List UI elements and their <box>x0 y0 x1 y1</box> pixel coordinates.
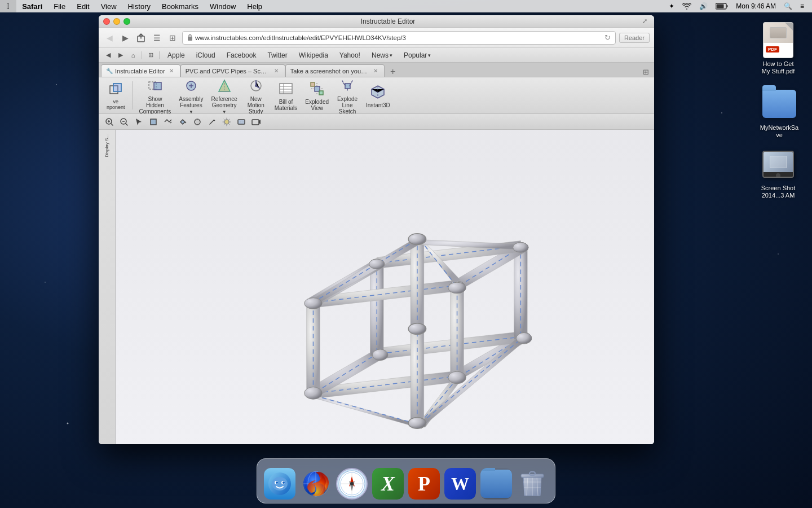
sw-tool-reference[interactable]: ReferenceGeometry ▼ <box>208 77 241 117</box>
scene-btn[interactable] <box>235 116 248 128</box>
tab-close-3[interactable]: ✕ <box>372 67 379 75</box>
motion-label: NewMotionStudy <box>248 96 264 115</box>
svg-point-72 <box>369 259 384 269</box>
reference-icon <box>215 77 233 95</box>
bookmarks-home-icon[interactable]: ⌂ <box>128 50 138 60</box>
dock-w-app[interactable]: W <box>444 468 476 500</box>
rotate-btn[interactable] <box>147 116 160 128</box>
bookmarks-list-button[interactable]: ☰ <box>151 32 163 44</box>
menubar-window[interactable]: Window <box>204 0 241 12</box>
sw-content-area: Display S... <box>99 130 654 444</box>
bookmarks-back-icon[interactable]: ◀ <box>103 50 113 60</box>
desktop-icon-folder[interactable]: MyNetworkSave <box>757 84 802 141</box>
tab-instructable-editor[interactable]: 🔧 Instructable Editor ✕ <box>101 64 180 77</box>
pdf-icon-label: How to GetMy Stuff.pdf <box>762 60 795 75</box>
apple-menu[interactable]:  <box>0 0 16 12</box>
svg-point-89 <box>350 482 354 485</box>
maximize-button[interactable] <box>123 18 130 25</box>
bookmark-twitter[interactable]: Twitter <box>263 50 292 60</box>
display-btn[interactable] <box>176 116 189 128</box>
zoom-out-btn[interactable] <box>118 116 130 128</box>
sw-tool-explode-line[interactable]: ExplodeLineSketch <box>333 77 361 117</box>
menubar:  Safari File Edit View History Bookmark… <box>0 0 812 12</box>
bookmark-facebook[interactable]: Facebook <box>222 50 261 60</box>
explode-line-label: ExplodeLineSketch <box>337 96 358 115</box>
menubar-bookmarks[interactable]: Bookmarks <box>156 0 204 12</box>
svg-point-73 <box>408 233 426 244</box>
notification-icon[interactable]: ≡ <box>797 0 807 12</box>
bookmarks-forward-icon[interactable]: ▶ <box>116 50 126 60</box>
show-all-tabs-button[interactable]: ⊞ <box>166 32 179 44</box>
lighting-btn[interactable] <box>220 116 233 128</box>
menubar-help[interactable]: Help <box>241 0 268 12</box>
tab-pvc-pipes[interactable]: PVC and CPVC Pipes – Schedule 40 & 80 ✕ <box>180 64 285 77</box>
sw-tool-exploded[interactable]: ExplodedView <box>302 77 332 113</box>
tab-close-2[interactable]: ✕ <box>272 67 280 75</box>
zoom-in-btn[interactable] <box>103 116 116 128</box>
bookmark-news[interactable]: News ▾ <box>367 50 397 60</box>
back-button[interactable]: ◀ <box>103 32 116 44</box>
dock-folder[interactable] <box>480 468 512 500</box>
menubar-history[interactable]: History <box>122 0 156 12</box>
svg-rect-7 <box>113 84 121 91</box>
screenshot-icon-label: Screen Shot2014...3 AM <box>761 185 796 199</box>
hidden-lines-btn[interactable] <box>191 116 204 128</box>
bookmark-yahoo[interactable]: Yahoo! <box>335 50 365 60</box>
sw-tool-instant3d[interactable]: Instant3D <box>363 81 394 111</box>
reader-button[interactable]: Reader <box>619 33 650 43</box>
expand-button[interactable]: ⤢ <box>640 16 650 26</box>
svg-point-27 <box>224 120 229 124</box>
bookmarks-bar: ◀ ▶ ⌂ ⊞ Apple iCloud Facebook Twitter Wi… <box>99 48 654 63</box>
add-tab-button[interactable]: + <box>387 67 399 77</box>
edit-btn[interactable] <box>206 116 218 128</box>
menubar-file[interactable]: File <box>48 0 71 12</box>
sw-3d-viewport[interactable] <box>116 130 654 444</box>
bookmark-apple[interactable]: Apple <box>163 50 189 60</box>
minimize-button[interactable] <box>113 18 120 25</box>
dock-trash[interactable] <box>517 468 548 500</box>
url-input[interactable] <box>195 34 602 41</box>
menubar-edit[interactable]: Edit <box>71 0 95 12</box>
motion-icon <box>247 77 265 95</box>
menubar-safari[interactable]: Safari <box>16 0 48 12</box>
refresh-button[interactable]: ↻ <box>604 33 611 42</box>
panel-tabs-btn[interactable]: Display S... <box>103 132 111 159</box>
bookmark-popular[interactable]: Popular ▾ <box>399 50 435 60</box>
forward-button[interactable]: ▶ <box>119 32 131 44</box>
camera-btn[interactable] <box>250 116 262 128</box>
desktop-icon-pdf[interactable]: PDF How to GetMy Stuff.pdf <box>756 20 801 77</box>
select-btn[interactable] <box>133 116 145 128</box>
tab-close-1[interactable]: ✕ <box>167 67 175 75</box>
svg-point-75 <box>408 417 426 428</box>
show-hidden-icon <box>146 77 164 95</box>
explode-line-icon <box>338 77 356 95</box>
menubar-view[interactable]: View <box>95 0 122 12</box>
desktop-icon-screenshot[interactable]: Screen Shot2014...3 AM <box>756 144 801 202</box>
bookmarks-grid-icon[interactable]: ⊞ <box>145 50 156 60</box>
dock-safari[interactable] <box>336 468 368 500</box>
bookmark-icloud[interactable]: iCloud <box>192 50 220 60</box>
tab-screenshot[interactable]: Take a screenshot on your Mac ✕ <box>285 64 385 77</box>
tool-sep-1 <box>132 81 133 110</box>
bookmark-wikipedia[interactable]: Wikipedia <box>294 50 333 60</box>
sw-sub-toolbar <box>99 114 654 130</box>
view-btn[interactable] <box>162 116 174 128</box>
share-button[interactable] <box>135 32 147 44</box>
close-button[interactable] <box>103 18 110 25</box>
address-bar[interactable]: ↻ <box>182 31 616 45</box>
dock-p-app[interactable]: P <box>408 468 440 500</box>
spotlight-icon[interactable]: 🔍 <box>780 0 796 12</box>
svg-point-65 <box>304 387 321 399</box>
tab-bar: 🔧 Instructable Editor ✕ PVC and CPVC Pip… <box>99 63 654 77</box>
dock-firefox[interactable] <box>300 468 332 500</box>
dock-x-app[interactable]: X <box>372 468 404 500</box>
sw-tool-bom[interactable]: Bill ofMaterials <box>271 77 301 113</box>
tab-label-3: Take a screenshot on your Mac <box>290 68 369 75</box>
sw-tool-assembly[interactable]: AssemblyFeatures ▼ <box>175 77 206 117</box>
dock-finder[interactable] <box>264 468 295 500</box>
tab-overview-button[interactable]: ⊞ <box>639 67 652 77</box>
menubar-left:  Safari File Edit View History Bookmark… <box>0 0 268 12</box>
sw-tool-motion[interactable]: NewMotionStudy <box>242 77 270 117</box>
sw-tool-component[interactable]: venponent <box>103 78 129 113</box>
sw-tool-show-hidden[interactable]: ShowHiddenComponents <box>136 77 175 117</box>
